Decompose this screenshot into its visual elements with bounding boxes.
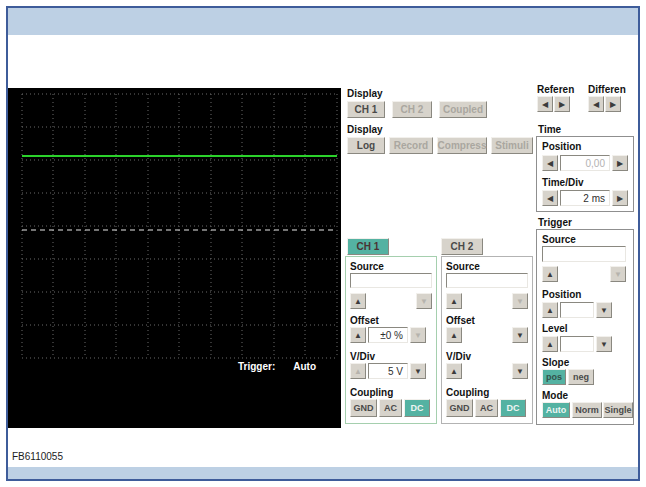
oscilloscope-display: Trigger: Auto (8, 88, 341, 428)
ch1-vdiv-label: V/Div (350, 351, 375, 362)
display-coupled-button: Coupled (439, 101, 487, 118)
trigger-slope-neg-button[interactable]: neg (568, 369, 594, 385)
arrow-down-icon: ▼ (614, 270, 622, 279)
trigger-status-label: Trigger: (238, 361, 275, 372)
ch1-source-label: Source (350, 261, 384, 272)
time-position-decrease-button[interactable]: ◀ (542, 155, 558, 171)
footer-bar (8, 467, 638, 479)
ch1-vdiv-down-button[interactable]: ▼ (410, 363, 426, 379)
log-button[interactable]: Log (347, 137, 385, 154)
arrow-up-icon: ▲ (546, 340, 554, 349)
reference-label: Referen (537, 84, 574, 95)
arrow-down-icon: ▼ (516, 297, 524, 306)
trigger-status: Trigger: Auto (238, 361, 316, 372)
arrow-left-icon: ◀ (542, 100, 548, 109)
ch2-coupling-ac-button[interactable]: AC (475, 399, 498, 417)
ch2-source-input[interactable] (446, 273, 528, 288)
arrow-up-icon: ▲ (450, 331, 458, 340)
ch2-source-label: Source (446, 261, 480, 272)
trigger-position-value[interactable] (560, 302, 594, 318)
ch1-tab[interactable]: CH 1 (347, 238, 389, 255)
ch2-offset-down-button[interactable]: ▼ (512, 327, 528, 343)
arrow-right-icon: ▶ (559, 100, 565, 109)
time-div-decrease-button[interactable]: ◀ (542, 190, 558, 206)
compress-button: Compress (437, 137, 487, 154)
trigger-position-label: Position (542, 289, 581, 300)
reference-next-button[interactable]: ▶ (554, 96, 570, 112)
arrow-down-icon: ▼ (516, 367, 524, 376)
ch1-offset-up-button[interactable]: ▲ (350, 327, 366, 343)
ch2-source-up-button[interactable]: ▲ (446, 293, 462, 309)
time-position-value[interactable]: 0,00 (560, 155, 610, 171)
ch1-vdiv-value[interactable]: 5 V (368, 363, 408, 379)
ch1-offset-down-button: ▼ (410, 327, 426, 343)
trigger-level-label: Level (542, 323, 568, 334)
stimuli-button: Stimuli (491, 137, 533, 154)
trigger-mode-auto-button[interactable]: Auto (542, 402, 570, 418)
ch1-source-up-button[interactable]: ▲ (350, 293, 366, 309)
header-bar (8, 8, 638, 35)
arrow-down-icon: ▼ (414, 367, 422, 376)
trigger-level-up-button[interactable]: ▲ (542, 336, 558, 352)
trigger-mode-norm-button[interactable]: Norm (572, 402, 602, 418)
ch2-coupling-gnd-button[interactable]: GND (446, 399, 473, 417)
scope-grid (8, 88, 341, 428)
ch1-source-input[interactable] (350, 273, 432, 288)
display-ch2-button: CH 2 (392, 101, 432, 118)
trigger-group-label: Trigger (538, 217, 572, 228)
arrow-left-icon: ◀ (547, 159, 553, 168)
ch1-vdiv-up-button: ▲ (350, 363, 366, 379)
display-ch1-button[interactable]: CH 1 (347, 101, 385, 118)
arrow-up-icon: ▲ (450, 297, 458, 306)
arrow-down-icon: ▼ (600, 340, 608, 349)
time-position-increase-button[interactable]: ▶ (612, 155, 628, 171)
trigger-source-label: Source (542, 234, 576, 245)
trigger-position-down-button[interactable]: ▼ (596, 302, 612, 318)
arrow-down-icon: ▼ (600, 306, 608, 315)
ch2-coupling-dc-button[interactable]: DC (500, 399, 526, 417)
ch1-offset-value[interactable]: ±0 % (368, 327, 408, 343)
trigger-source-down-button: ▼ (610, 266, 626, 282)
trigger-mode-single-button[interactable]: Single (603, 402, 633, 418)
arrow-left-icon: ◀ (547, 194, 553, 203)
trigger-position-up-button[interactable]: ▲ (542, 302, 558, 318)
trigger-level-down-button[interactable]: ▼ (596, 336, 612, 352)
time-div-value[interactable]: 2 ms (560, 190, 610, 206)
difference-prev-button[interactable]: ◀ (588, 96, 604, 112)
ch2-coupling-label: Coupling (446, 387, 489, 398)
ch2-vdiv-up-button[interactable]: ▲ (446, 363, 462, 379)
ch2-vdiv-label: V/Div (446, 351, 471, 362)
ch1-offset-label: Offset (350, 315, 379, 326)
ch1-coupling-ac-button[interactable]: AC (379, 399, 402, 417)
trigger-slope-label: Slope (542, 357, 569, 368)
arrow-up-icon: ▲ (546, 270, 554, 279)
arrow-up-icon: ▲ (354, 367, 362, 376)
trigger-source-up-button[interactable]: ▲ (542, 266, 558, 282)
ch1-coupling-gnd-button[interactable]: GND (350, 399, 377, 417)
reference-prev-button[interactable]: ◀ (537, 96, 553, 112)
arrow-up-icon: ▲ (354, 331, 362, 340)
ch2-vdiv-down-button[interactable]: ▼ (512, 363, 528, 379)
ch1-source-down-button: ▼ (416, 293, 432, 309)
ch2-source-down-button: ▼ (512, 293, 528, 309)
arrow-left-icon: ◀ (593, 100, 599, 109)
difference-next-button[interactable]: ▶ (605, 96, 621, 112)
trigger-status-value: Auto (293, 361, 316, 372)
arrow-right-icon: ▶ (617, 194, 623, 203)
record-button: Record (389, 137, 433, 154)
ch2-tab[interactable]: CH 2 (441, 238, 483, 255)
ch2-offset-up-button[interactable]: ▲ (446, 327, 462, 343)
arrow-down-icon: ▼ (516, 331, 524, 340)
display-modes-label: Display (347, 124, 383, 135)
difference-label: Differen (588, 84, 626, 95)
ch1-coupling-dc-button[interactable]: DC (404, 399, 430, 417)
time-div-increase-button[interactable]: ▶ (612, 190, 628, 206)
trigger-slope-pos-button[interactable]: pos (542, 369, 566, 385)
trigger-level-value[interactable] (560, 336, 594, 352)
arrow-up-icon: ▲ (354, 297, 362, 306)
ch2-offset-label: Offset (446, 315, 475, 326)
figure-code: FB6110055 (12, 451, 63, 462)
trigger-source-input[interactable] (542, 246, 626, 262)
arrow-right-icon: ▶ (610, 100, 616, 109)
time-div-label: Time/Div (542, 177, 584, 188)
